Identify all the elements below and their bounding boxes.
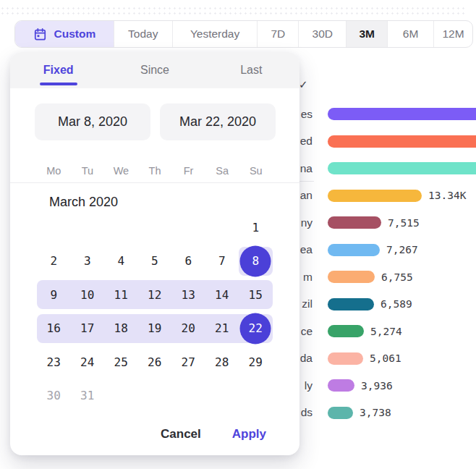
- calendar-day[interactable]: 2: [37, 245, 71, 279]
- month-title: March 2020: [49, 195, 118, 210]
- calendar-day[interactable]: 16: [37, 312, 71, 346]
- country-value: 5,061: [370, 352, 401, 364]
- weekday-header: We: [104, 165, 138, 178]
- day-number: 9: [50, 288, 57, 302]
- country-label-fragment: ea: [299, 243, 313, 256]
- apply-button[interactable]: Apply: [232, 427, 266, 441]
- country-label-fragment: da: [299, 352, 313, 365]
- country-bar-row: na: [299, 155, 476, 182]
- country-bar[interactable]: [328, 379, 354, 392]
- day-number: 22: [249, 321, 263, 335]
- calendar-day-selected[interactable]: 22: [239, 312, 273, 346]
- calendar-day[interactable]: 3: [71, 245, 105, 279]
- country-label-fragment: ed: [299, 135, 313, 148]
- calendar-day[interactable]: 31: [71, 379, 105, 413]
- toolbar-button-custom[interactable]: Custom: [15, 21, 114, 47]
- toolbar-button-today[interactable]: Today: [114, 21, 173, 47]
- calendar-day[interactable]: 7: [205, 245, 239, 279]
- calendar-day[interactable]: 17: [71, 312, 105, 346]
- calendar-week-row: 16171819202122: [37, 312, 273, 346]
- calendar-day[interactable]: 27: [171, 345, 205, 379]
- header-divider: [10, 182, 299, 183]
- calendar-day[interactable]: 12: [138, 278, 172, 312]
- calendar-day[interactable]: 13: [171, 278, 205, 312]
- calendar-icon: [33, 28, 47, 41]
- calendar-day[interactable]: 9: [37, 278, 71, 312]
- calendar-day[interactable]: 30: [37, 379, 71, 413]
- popup-actions: Cancel Apply: [161, 427, 266, 441]
- toolbar-button-yesterday[interactable]: Yesterday: [173, 21, 258, 47]
- country-bar[interactable]: [328, 271, 375, 283]
- calendar-day[interactable]: 6: [171, 245, 205, 279]
- calendar-day[interactable]: 10: [71, 278, 105, 312]
- day-number: 29: [249, 355, 263, 369]
- calendar-day[interactable]: 29: [239, 345, 273, 379]
- calendar-day[interactable]: 21: [205, 312, 239, 346]
- toolbar-button-7d[interactable]: 7D: [258, 21, 299, 47]
- day-number: 20: [182, 321, 195, 335]
- day-number: 13: [182, 288, 195, 302]
- calendar-day[interactable]: 26: [138, 345, 172, 379]
- country-bar[interactable]: [328, 244, 380, 256]
- start-date-input[interactable]: Mar 8, 2020: [35, 103, 150, 140]
- calendar-day[interactable]: 18: [104, 312, 138, 346]
- country-bar[interactable]: [328, 108, 476, 120]
- calendar-day[interactable]: 1: [239, 211, 273, 245]
- day-number: 7: [218, 254, 226, 268]
- calendar-day[interactable]: 4: [104, 245, 138, 279]
- calendar-day[interactable]: 5: [138, 245, 172, 279]
- country-bar-row: ds3,738: [299, 400, 391, 427]
- country-label-fragment: ny: [299, 216, 313, 229]
- country-label-fragment: ly: [299, 379, 313, 392]
- country-bar[interactable]: [328, 135, 476, 148]
- day-number: 16: [47, 321, 61, 335]
- calendar-day-selected[interactable]: 8: [239, 245, 273, 279]
- day-number: 30: [47, 389, 61, 402]
- calendar-day[interactable]: 14: [205, 278, 239, 312]
- day-number: 26: [148, 355, 161, 369]
- weekday-header: Mo: [37, 165, 71, 178]
- country-bar[interactable]: [328, 325, 364, 337]
- tab-fixed[interactable]: Fixed: [10, 52, 106, 88]
- toolbar-button-label: 30D: [313, 28, 333, 41]
- end-date-input[interactable]: Mar 22, 2020: [160, 103, 276, 140]
- calendar-day[interactable]: 19: [138, 312, 172, 346]
- country-bar[interactable]: [328, 298, 374, 310]
- day-number: 12: [148, 288, 161, 302]
- calendar-day[interactable]: 28: [205, 345, 239, 379]
- active-tab-underline: [40, 83, 77, 86]
- day-number: 15: [249, 288, 263, 302]
- calendar-day[interactable]: 25: [104, 345, 138, 379]
- calendar-day[interactable]: 20: [171, 312, 205, 346]
- day-number: 24: [80, 355, 94, 369]
- tab-last[interactable]: Last: [203, 52, 299, 88]
- country-bar[interactable]: [328, 162, 476, 174]
- country-value: 7,267: [386, 244, 418, 255]
- calendar-day[interactable]: 15: [239, 278, 273, 312]
- toolbar-button-6m[interactable]: 6M: [388, 21, 434, 47]
- date-picker-tab-bar: Fixed Since Last: [10, 52, 299, 88]
- country-label-fragment: ds: [299, 406, 313, 419]
- day-number: 11: [114, 288, 128, 302]
- day-number: 31: [80, 389, 94, 402]
- calendar-day[interactable]: 24: [71, 345, 105, 379]
- calendar-week-row: 23242526272829: [37, 345, 273, 379]
- country-bar[interactable]: [328, 407, 353, 419]
- toolbar-button-30d[interactable]: 30D: [299, 21, 347, 47]
- calendar-day[interactable]: 11: [104, 278, 138, 312]
- country-value: 3,738: [360, 407, 391, 418]
- toolbar-button-label: 7D: [271, 28, 286, 41]
- top-right-card-corner: [464, 0, 476, 18]
- toolbar-button-label: 12M: [442, 28, 464, 41]
- toolbar-button-3m[interactable]: 3M: [347, 21, 388, 47]
- cancel-button[interactable]: Cancel: [161, 427, 201, 441]
- country-bar[interactable]: [328, 216, 381, 229]
- country-bar[interactable]: [328, 190, 422, 202]
- day-number: 8: [252, 254, 259, 268]
- date-inputs-row: Mar 8, 2020 Mar 22, 2020: [35, 103, 276, 140]
- calendar-day[interactable]: 23: [37, 345, 71, 379]
- toolbar-button-12m[interactable]: 12M: [434, 21, 472, 47]
- tab-since[interactable]: Since: [106, 52, 203, 88]
- tab-last-label: Last: [240, 64, 262, 77]
- country-bar[interactable]: [328, 352, 363, 365]
